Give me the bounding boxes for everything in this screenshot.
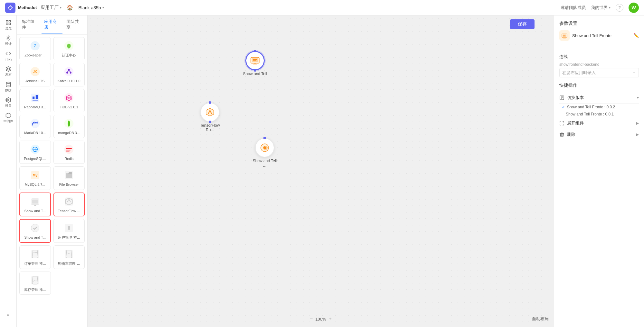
invite-team-btn[interactable]: 邀请团队成员 <box>561 5 586 11</box>
my-world-arrow: ▾ <box>609 6 611 9</box>
node-wrapper-2 <box>200 103 220 122</box>
panel-tabs: 标准组件 应用商店 团队共享 <box>17 15 87 35</box>
connection-select[interactable]: 在发布应用时录入 <box>559 68 639 77</box>
sidebar-item-settings[interactable]: 设置 <box>1 95 15 110</box>
component-jenkins[interactable]: JK Jenkins LTS <box>19 63 51 86</box>
component-showandtell1[interactable]: Show and T... <box>19 193 51 216</box>
svg-rect-65 <box>564 38 565 38</box>
component-redis[interactable]: Redis <box>53 141 85 164</box>
edit-component-btn[interactable]: ✏️ <box>633 33 639 38</box>
switch-version-btn[interactable]: 切换版本 ▾ <box>559 92 639 104</box>
svg-rect-64 <box>563 36 565 36</box>
component-mariadb[interactable]: MariaDB 10... <box>19 115 51 138</box>
component-tidb[interactable]: TiDB TiDB v2.0.1 <box>53 89 85 112</box>
component-filebrowser[interactable]: File Browser <box>53 166 85 190</box>
component-showandtell2[interactable]: Show and T... <box>19 219 51 243</box>
node-circle-2[interactable] <box>200 103 220 122</box>
component-postgresql[interactable]: PostgreSQL... <box>19 141 51 164</box>
sidebar-item-design[interactable]: 设计 <box>1 34 15 48</box>
node-show-and-tell-front[interactable]: Show and Tell ... <box>242 51 268 81</box>
tidb-icon: TiDB <box>63 92 75 104</box>
canvas-area[interactable]: 保存 Show and Tell ... <box>88 15 554 327</box>
svg-text:JK: JK <box>33 70 37 74</box>
app-factory-btn[interactable]: 应用工厂 ▾ <box>41 5 62 11</box>
ordermgmt-label: 订单管理-祥... <box>24 261 46 266</box>
sidebar-collapse-btn[interactable]: « <box>1 308 15 322</box>
node-circle-1[interactable] <box>245 51 265 70</box>
expand-component-btn[interactable]: 展开组件 ▶ <box>559 118 639 129</box>
workspace-name-btn[interactable]: Blank a35b ▾ <box>78 5 104 10</box>
right-panel: 参数设置 Show and Tell Fronte ✏️ 连线 showfron… <box>554 15 644 327</box>
left-sidebar: 总览 设计 代码 发布 数据 <box>0 15 17 327</box>
node-circle-3[interactable] <box>255 138 274 157</box>
svg-rect-4 <box>6 23 8 25</box>
tab-teamshare[interactable]: 团队共享 <box>64 15 85 34</box>
delete-left: 删除 <box>559 132 575 137</box>
delete-icon <box>559 132 564 137</box>
sidebar-item-code[interactable]: 代码 <box>1 49 15 63</box>
save-button[interactable]: 保存 <box>510 19 535 29</box>
code-icon <box>5 51 11 56</box>
expand-label: 展开组件 <box>567 120 584 126</box>
version-item-2[interactable]: Show and Tell Fronte : 0.0.1 <box>559 111 639 118</box>
component-auth[interactable]: 认证中心 <box>53 37 85 60</box>
component-ordermgmt[interactable]: 订单管理-祥... <box>19 245 51 269</box>
svg-rect-33 <box>66 148 72 149</box>
component-mysql[interactable]: My MySQL 5.7... <box>19 166 51 190</box>
settings-icon <box>5 97 11 103</box>
component-shopmgmt[interactable]: 购物车管理-... <box>53 245 85 269</box>
component-zookeeper[interactable]: Z Zookeeper ... <box>19 37 51 60</box>
svg-rect-63 <box>563 35 565 36</box>
usermgmt-icon <box>63 222 75 234</box>
component-warehousemgmt[interactable]: 库存管理-祥... <box>19 272 51 295</box>
node-dot-bottom-1[interactable] <box>254 69 256 72</box>
sidebar-item-publish[interactable]: 发布 <box>1 64 15 79</box>
jenkins-label: Jenkins LTS <box>25 79 45 83</box>
data-icon <box>5 82 11 87</box>
shopmgmt-icon <box>63 248 75 260</box>
expand-component-left: 展开组件 <box>559 120 584 126</box>
warehousemgmt-label: 库存管理-祥... <box>24 287 46 292</box>
node-show-and-tell-backend[interactable]: Show and Tell ... <box>252 138 278 168</box>
canvas-toolbar: 保存 <box>510 19 535 29</box>
svg-point-8 <box>7 99 9 101</box>
param-settings-title: 参数设置 <box>559 21 639 26</box>
sidebar-item-data[interactable]: 数据 <box>1 80 15 94</box>
overview-icon <box>5 20 11 25</box>
node-dot-top-3[interactable] <box>263 137 266 139</box>
component-usermgmt[interactable]: 用户管理-祥... <box>53 219 85 243</box>
help-btn[interactable]: ? <box>616 4 623 12</box>
component-tensorflow1[interactable]: TensorFlow ... <box>53 193 85 216</box>
node-dot-top-1[interactable] <box>254 50 256 52</box>
component-rabbitmq[interactable]: RabbitMQ 3... <box>19 89 51 112</box>
node-dot-bottom-2[interactable] <box>209 121 211 123</box>
tidb-label: TiDB v2.0.1 <box>60 105 78 109</box>
zoom-in-btn[interactable]: + <box>329 316 332 322</box>
svg-rect-23 <box>33 100 38 101</box>
component-kafka[interactable]: Kafka 0.10.1.0 <box>53 63 85 86</box>
tab-standard[interactable]: 标准组件 <box>19 15 40 34</box>
mysql-icon: My <box>29 169 41 181</box>
logo-icon <box>5 3 15 13</box>
svg-point-17 <box>70 72 71 74</box>
tensorflow1-icon <box>63 196 75 207</box>
delete-btn[interactable]: 删除 ▶ <box>559 129 639 140</box>
component-mongodb[interactable]: mongoDB 3... <box>53 115 85 138</box>
user-avatar[interactable]: W <box>629 3 639 13</box>
postgresql-icon <box>29 144 41 155</box>
tab-appstore[interactable]: 应用商店 <box>42 15 62 34</box>
code-label: 代码 <box>5 57 12 62</box>
version-item-1[interactable]: ✓ Show and Tell Fronte : 0.0.2 <box>559 104 639 111</box>
zoom-out-btn[interactable]: − <box>310 316 313 322</box>
node-tensorflow[interactable]: TensorFlow Ru... <box>197 103 223 132</box>
svg-point-6 <box>7 37 9 39</box>
auto-layout-btn[interactable]: 自动布局 <box>532 316 549 322</box>
top-nav: Methodot 应用工厂 ▾ 🏠 Blank a35b ▾ 邀请团队成员 我的… <box>0 0 644 15</box>
showandtell1-icon <box>29 196 41 207</box>
node-dot-top-2[interactable] <box>209 101 211 104</box>
my-world-btn[interactable]: 我的世界 ▾ <box>591 5 611 11</box>
auth-label: 认证中心 <box>62 53 76 57</box>
home-btn[interactable]: 🏠 <box>65 3 74 12</box>
sidebar-item-overview[interactable]: 总览 <box>1 18 15 32</box>
sidebar-item-middleware[interactable]: 中间件 <box>1 111 15 125</box>
